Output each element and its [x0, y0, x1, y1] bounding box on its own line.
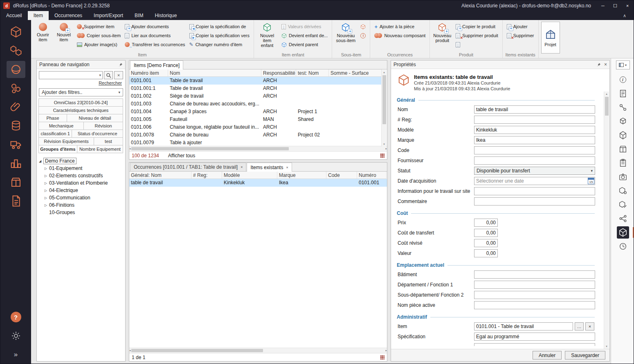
clipboard-icon[interactable] [617, 157, 629, 169]
filter-phase[interactable]: Phase [38, 114, 67, 122]
derived-values-button[interactable]: Valeurs dérivées [279, 22, 330, 31]
marque-input[interactable] [474, 136, 595, 144]
pin-icon[interactable] [118, 63, 123, 67]
add-filters-dropdown[interactable]: Ajouter des filtres..▾ [39, 88, 123, 96]
col-code[interactable]: Code [326, 172, 357, 179]
cube-icon[interactable] [7, 23, 25, 40]
tree-collapsed-icon[interactable]: ▷ [43, 181, 48, 185]
horizontal-scrollbar[interactable]: ◂ ▸ [129, 348, 387, 353]
paperclip-icon[interactable] [7, 98, 25, 116]
nom-piece-input[interactable] [474, 301, 595, 309]
tree-collapsed-icon[interactable]: ▷ [43, 167, 48, 170]
history-clock-icon[interactable] [617, 240, 629, 252]
delete-product-button[interactable]: ×Supprimer produit [454, 31, 500, 40]
valeur-input[interactable] [474, 249, 498, 257]
table-row[interactable]: 0101.0078Chaise de bureauARCHProject 02 [129, 131, 382, 139]
cube-user-icon[interactable] [617, 185, 629, 197]
filter-caracteristiques[interactable]: Caractéristiques techniques [38, 106, 123, 114]
document-icon[interactable] [7, 192, 25, 210]
search-field[interactable] [40, 72, 99, 78]
reg-input[interactable] [474, 116, 595, 124]
maximize-icon[interactable]: ☐ [609, 0, 621, 11]
copy-spec-to-button[interactable]: ▸Copier la spécification vers [187, 31, 252, 40]
col-general-nom[interactable]: Général: Nom [129, 172, 191, 179]
tab-bim[interactable]: BIM [129, 11, 149, 20]
tab-items-existants[interactable]: Items existants× [247, 163, 292, 172]
existing-items-icon[interactable] [617, 226, 629, 239]
sauvegarder-button[interactable]: Sauvegarder [565, 351, 605, 360]
departement-input[interactable] [474, 281, 595, 289]
box-icon[interactable] [617, 143, 629, 155]
new-item-button[interactable]: + Nouvel item [54, 21, 74, 48]
form-edit-icon[interactable] [617, 87, 629, 100]
filter-niveau-detail[interactable]: Niveau de détail [67, 114, 123, 122]
rotate-cube-icon[interactable] [617, 115, 629, 127]
table-row[interactable]: table de travailKinkeklukIkea0101.001 [129, 179, 387, 187]
rechercher-link[interactable]: Rechercher [37, 80, 125, 87]
filter-test[interactable]: test [94, 137, 123, 145]
modele-input[interactable] [474, 126, 595, 134]
copy-product-icon-button[interactable] [454, 40, 500, 49]
spheres-icon[interactable] [7, 80, 25, 97]
fournisseur-input[interactable] [474, 156, 595, 165]
statut-select[interactable]: Disponible pour transfert▾ [474, 167, 595, 175]
item-browse-button[interactable]: … [575, 322, 584, 331]
show-all-link[interactable]: Afficher tous [168, 153, 195, 159]
tree-item-finitions[interactable]: ▷06-Finitions [38, 201, 124, 209]
code-input[interactable] [474, 146, 595, 154]
table-row[interactable]: 0101.003Chaise de bureau avec accoudoirs… [129, 100, 382, 108]
add-to-room-button[interactable]: +Ajouter à la pièce [372, 22, 427, 31]
close-tab-icon[interactable]: × [286, 165, 288, 170]
table-row[interactable]: 0101.002Siège de travailARCH [129, 92, 382, 100]
new-component-button[interactable]: Nouveau composant [372, 31, 427, 40]
tab-occurrences[interactable]: Occurrences [49, 11, 88, 20]
tree-item-equipement[interactable]: ▷01-Equipement [38, 165, 124, 172]
cubes-icon[interactable] [7, 42, 25, 59]
tab-historique[interactable]: Historique [149, 11, 182, 20]
sous-departement-input[interactable] [474, 291, 595, 299]
tree-collapsed-icon[interactable]: ▷ [43, 189, 48, 192]
commentaire-input[interactable] [474, 197, 595, 205]
change-item-number-button[interactable]: ✎Changer numéro d'item [187, 40, 252, 49]
trolley-icon[interactable] [7, 136, 25, 153]
add-documents-button[interactable]: +Ajouter documents [123, 22, 187, 31]
col-somme-surface[interactable]: Somme - Surface [329, 69, 382, 76]
buildings-icon[interactable] [7, 155, 25, 172]
vertical-scrollbar[interactable]: ▴ ▾ [381, 70, 387, 147]
delete-item-button[interactable]: ×Supprimer item [75, 22, 123, 31]
table-row[interactable]: 0101.004Canapé 3 placesARCHProject 1 [129, 108, 382, 116]
subitem-info-button[interactable]: i [358, 31, 368, 40]
col-responsabilite[interactable]: Responsabilité [261, 69, 296, 76]
col-modele[interactable]: Modèle [222, 172, 277, 179]
col-reg[interactable]: # Reg: [191, 172, 222, 179]
camera-icon[interactable] [617, 171, 629, 183]
specification-input[interactable] [474, 333, 595, 341]
tab-groupes-items[interactable]: Groupes d'items [38, 145, 77, 153]
double-chevron-icon[interactable]: » [7, 346, 25, 363]
col-numero-item[interactable]: Numéro item [129, 69, 168, 76]
filter-mechanique[interactable]: Mechanique [38, 122, 84, 130]
minimize-icon[interactable]: ─ [597, 0, 609, 11]
nom-input[interactable] [474, 105, 595, 114]
col-test-nom[interactable]: test: Nom [296, 69, 329, 76]
subitem-extra-button[interactable] [358, 22, 368, 31]
tree-item-electrique[interactable]: ▷04-Electrique [38, 187, 124, 194]
close-icon[interactable]: × [621, 0, 634, 11]
prix-input[interactable] [474, 219, 498, 227]
filter-omniclass[interactable]: OmniClass 23[2010-06-24] [38, 98, 123, 107]
become-child-button[interactable]: Devient enfant de... [279, 31, 330, 40]
info-icon[interactable]: i [617, 74, 629, 86]
close-tab-icon[interactable]: × [241, 165, 243, 169]
tree-expanded-icon[interactable]: ◢ [38, 159, 43, 163]
gear-icon[interactable] [7, 327, 25, 344]
cube-outline-icon[interactable] [617, 129, 629, 141]
calendar-icon[interactable]: 15 [588, 178, 594, 184]
share-icon[interactable] [617, 212, 629, 225]
search-input[interactable]: ▾ [39, 71, 103, 79]
col-numero[interactable]: Numéro [357, 172, 387, 179]
collapse-ribbon-icon[interactable]: ∧ [616, 11, 634, 20]
tree-collapsed-icon[interactable]: ▷ [43, 196, 48, 200]
copy-product-button[interactable]: +Copier le produit [454, 22, 500, 31]
tab-import-export[interactable]: Import/Export [88, 11, 129, 20]
help-icon[interactable]: ? [7, 308, 25, 326]
